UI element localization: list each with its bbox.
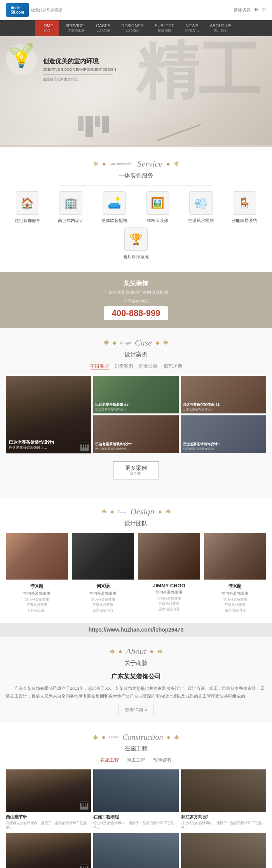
team-grid: 李X超 室内外装饰董事 室内外装饰董事行级执行董事子公司总裁... 何X场 室内… bbox=[6, 533, 266, 613]
case-item4-title: 巴达老寨茶馆装饰设计3 bbox=[183, 442, 220, 447]
service-icon-home: 🏠 bbox=[16, 191, 39, 215]
case-item-3[interactable]: 巴达老寨茶馆装饰设计2 巴达老寨茶馆装饰设计... bbox=[93, 415, 179, 453]
nav-service[interactable]: SERVICE 一体装饰服务 bbox=[59, 20, 91, 36]
construct-item-5[interactable]: 在施工程细程1 行业领先的会计师内... 建设了一品质的设计和工艺品 坚... bbox=[181, 833, 266, 868]
construct-overlay-1 bbox=[93, 769, 178, 812]
construct-filter-1[interactable]: 验工工程 bbox=[127, 757, 145, 764]
header-icon1[interactable]: 4F bbox=[254, 7, 259, 13]
case-more-cn: MORE bbox=[125, 472, 147, 476]
construct-filter-2[interactable]: 预验证程 bbox=[153, 757, 172, 764]
about-company: 广东某某装饰公司 bbox=[6, 673, 266, 681]
case-filter-art[interactable]: 概艺术斯 bbox=[164, 363, 182, 370]
about-more-btn[interactable]: 查看详情 » bbox=[119, 705, 153, 715]
construct-item-4[interactable]: 在施工程细程1 行业领先的会计师内... 建设了一品质的设计和工艺品 坚... bbox=[93, 833, 178, 868]
service-subtitle: One decoration bbox=[110, 162, 134, 166]
team-ornament-left: ❋ bbox=[101, 508, 106, 515]
about-cn-title: 关于商脉 bbox=[124, 660, 148, 666]
case-grid: 巴达老寨茶馆装饰设计4 巴达老寨茶馆装饰设计... 巴达老寨茶馆装饰设计 巴达老… bbox=[6, 376, 266, 453]
service-item-2[interactable]: 🛋️ 整体软装配饰 bbox=[97, 191, 132, 224]
case-item1-sub: 巴达老寨茶馆装饰设计... bbox=[95, 407, 130, 411]
service-label-3: 样板间装修 bbox=[140, 218, 175, 224]
service-item-1[interactable]: 🏢 商业式内设计 bbox=[53, 191, 88, 224]
case-more-btn[interactable]: 更多案例 MORE bbox=[113, 461, 159, 479]
construct-img-5 bbox=[181, 833, 266, 868]
service-label-5: 智能家居系统 bbox=[227, 218, 262, 224]
hero-big-char: 精工 bbox=[136, 40, 260, 102]
case-large-sub: 巴达老寨茶馆装饰设计... bbox=[9, 445, 54, 450]
about-section: ❋ ◆ About ◆ ❋ 关于商脉 广东某某装饰公司 广东某某装饰有限公司成立… bbox=[0, 637, 272, 723]
construct-item-3[interactable]: 西山雍节轩1 行业领先的会计师内... 建设了一品质的设计和工艺品 坚... bbox=[6, 833, 91, 868]
case-item-large[interactable]: 巴达老寨茶馆装饰设计4 巴达老寨茶馆装饰设计... bbox=[6, 376, 91, 453]
team-cn-wrap: 设计团队 bbox=[6, 520, 266, 527]
about-ornament-left: ❋ bbox=[110, 648, 115, 655]
hero-buildings bbox=[78, 116, 109, 137]
team-member-1[interactable]: 何X场 室内外装饰董事 室内外装饰董事行级执行董事更大描述内容 bbox=[72, 533, 134, 613]
about-diamond-right: ◆ bbox=[150, 649, 153, 654]
nav-subject[interactable]: SUBJECT 在编项目 bbox=[149, 20, 180, 36]
hero-desc: 创造精美居家生活品位 bbox=[43, 77, 116, 82]
case-ornament-right: ❋ bbox=[163, 339, 168, 346]
case-filter-commercial[interactable]: 商业公装 bbox=[139, 363, 158, 370]
nav-service-sub: 一体装饰服务 bbox=[64, 28, 85, 33]
construct-img-1 bbox=[93, 769, 178, 812]
case-subtitle: Design bbox=[120, 341, 131, 345]
case-item1-title: 巴达老寨茶馆装饰设计 bbox=[95, 402, 130, 407]
service-item-6[interactable]: 🏆 售后保障系统 bbox=[119, 227, 153, 260]
case-item-2[interactable]: 巴达老寨茶馆装饰设计1 巴达老寨茶馆装饰设计... bbox=[181, 376, 266, 413]
case-more-wrap: 更多案例 MORE bbox=[6, 453, 266, 487]
case-filter-villa[interactable]: 别墅案例 bbox=[115, 363, 133, 370]
construct-item-0[interactable]: 西山雍节轩 行业领先的会计师内... 建设了一品质的设计和工艺品 坚... bbox=[6, 769, 91, 830]
team-title-0: 室内外装饰董事 bbox=[6, 591, 68, 596]
service-label-1: 商业式内设计 bbox=[53, 218, 88, 224]
team-photo-0 bbox=[6, 533, 68, 580]
case-filter-all[interactable]: 不限类型 bbox=[90, 363, 109, 370]
service-item-4[interactable]: 💨 空调风水规划 bbox=[183, 191, 218, 224]
construct-overlay-2 bbox=[181, 769, 266, 812]
service-label-0: 住宅装饰服务 bbox=[10, 218, 45, 224]
nav-home-label: HOME bbox=[40, 23, 53, 28]
nav-home[interactable]: HOME 首页 bbox=[35, 20, 59, 36]
case-cn-title: 设计案例 bbox=[124, 351, 148, 358]
service-cn-title-wrap: 一体装饰服务 bbox=[8, 172, 264, 179]
logo-icon[interactable]: dede58.com bbox=[6, 3, 29, 17]
logo-area: dede58.com 做最好的织梦模板 bbox=[6, 3, 62, 17]
nav-about-label: ABOUT US bbox=[210, 23, 232, 28]
service-icon-model: 🖼️ bbox=[146, 191, 169, 215]
header-right: 繁体切换 4F 中 bbox=[234, 7, 266, 13]
construct-item-2[interactable]: 林江罗方商园1 行业领先的会计师内... 建设了一品质的设计和工艺品 坚... bbox=[181, 769, 266, 830]
watermark-bar: https://www.huzhan.com/ishop26473 bbox=[0, 623, 272, 637]
team-member-3[interactable]: 李X超 室内外装饰董事 室内外装饰董事行级执行董事更大描述内容 bbox=[204, 533, 266, 613]
lang-switch[interactable]: 繁体切换 bbox=[234, 7, 251, 13]
construct-title-en: Construction bbox=[122, 733, 163, 742]
nav-designer[interactable]: DESIGNER 设计团队 bbox=[116, 20, 149, 36]
case-item-4[interactable]: 巴达老寨茶馆装饰设计3 巴达老寨茶馆装饰设计... bbox=[181, 415, 266, 453]
case-item3-sub: 巴达老寨茶馆装饰设计... bbox=[95, 447, 132, 451]
banner-phone[interactable]: 400-888-999 bbox=[104, 306, 168, 320]
case-large-info: 巴达老寨茶馆装饰设计4 巴达老寨茶馆装饰设计... bbox=[9, 439, 54, 450]
about-more-wrap: 查看详情 » bbox=[6, 706, 266, 713]
service-item-3[interactable]: 🖼️ 样板间装修 bbox=[140, 191, 175, 224]
nav-news[interactable]: NEWS 新闻资讯 bbox=[180, 20, 204, 36]
construct-item-1[interactable]: 在施工程细程 行业领先的会计师内... 建设了一品质的设计和工艺品 坚... bbox=[93, 769, 178, 830]
construct-ornament-left: ❋ bbox=[93, 734, 98, 741]
case-item4-info: 巴达老寨茶馆装饰设计3 巴达老寨茶馆装饰设计... bbox=[183, 442, 220, 451]
header-icon2[interactable]: 中 bbox=[262, 7, 266, 13]
hero-cn-text: 创造优美的室内环境 bbox=[43, 57, 116, 66]
nav-about-sub: 关于我们 bbox=[210, 28, 232, 33]
construct-filter: 在施工程 验工工程 预验证程 bbox=[6, 757, 266, 764]
team-desc-3: 室内外装饰董事行级执行董事更大描述内容 bbox=[204, 597, 266, 613]
service-item-0[interactable]: 🏠 住宅装饰服务 bbox=[10, 191, 45, 224]
logo-text: dede58.com bbox=[11, 6, 24, 14]
case-item-1[interactable]: 巴达老寨茶馆装饰设计 巴达老寨茶馆装饰设计... bbox=[93, 376, 179, 413]
service-item-5[interactable]: 🪑 智能家居系统 bbox=[227, 191, 262, 224]
team-member-2[interactable]: JIMMY CHOO 室内外装饰董事 室内外装饰董事行级执行董事更大描述内容 bbox=[138, 533, 200, 613]
construct-filter-0[interactable]: 在施工程 bbox=[100, 757, 119, 764]
case-section: ❋ ◆ Design Case ◆ ❋ 设计案例 不限类型 别墅案例 商业公装 … bbox=[0, 328, 272, 497]
team-member-0[interactable]: 李X超 室内外装饰董事 室内外装饰董事行级执行董事子公司总裁... bbox=[6, 533, 68, 613]
team-photo-2 bbox=[138, 533, 200, 580]
nav-about[interactable]: ABOUT US 关于我们 bbox=[204, 20, 237, 36]
nav-cases[interactable]: CASES 设计案例 bbox=[91, 20, 116, 36]
service-section: ❋ ◆ One decoration Service ◆ ❋ 一体装饰服务 🏠 … bbox=[0, 147, 272, 272]
nav-subject-label: SUBJECT bbox=[155, 23, 174, 28]
construct-name-2: 林江罗方商园1 bbox=[181, 814, 266, 820]
